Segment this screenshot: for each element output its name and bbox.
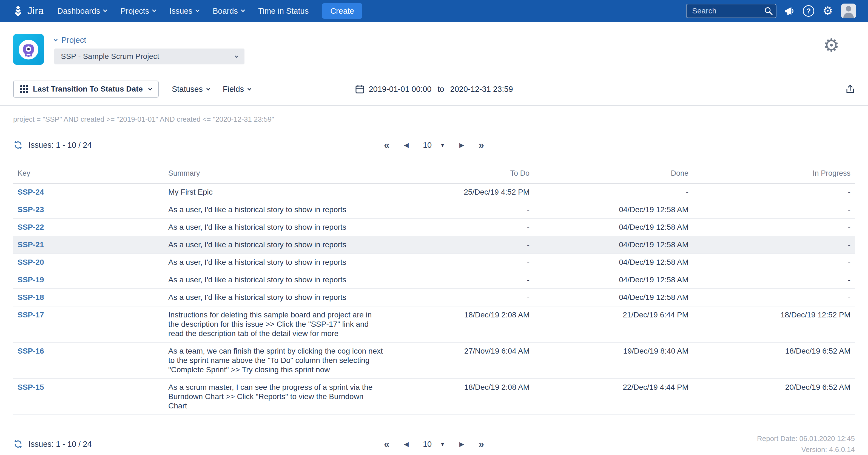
page-last-button[interactable]: » <box>478 140 484 150</box>
todo-cell: 18/Dec/19 2:08 AM <box>389 378 534 415</box>
export-icon[interactable] <box>845 84 855 94</box>
summary-cell: As a user, I'd like a historical story t… <box>164 253 389 271</box>
summary-cell: As a team, we can finish the sprint by c… <box>164 342 389 378</box>
col-header-todo[interactable]: To Do <box>389 164 534 183</box>
issue-key-link[interactable]: SSP-22 <box>18 223 44 231</box>
refresh-icon[interactable] <box>13 140 23 150</box>
nav-item-projects[interactable]: Projects <box>114 0 162 22</box>
table-row: SSP-23 As a user, I'd like a historical … <box>13 201 855 218</box>
search-box <box>686 4 776 18</box>
nav-item-time-in-status[interactable]: Time in Status <box>251 0 315 22</box>
table-row: SSP-21 As a user, I'd like a historical … <box>13 236 855 253</box>
issue-key-link[interactable]: SSP-24 <box>18 188 44 196</box>
help-icon[interactable]: ? <box>803 5 814 17</box>
project-select-value: SSP - Sample Scrum Project <box>61 52 159 61</box>
done-cell: 04/Dec/19 12:58 AM <box>534 271 693 289</box>
page-prev-button[interactable]: ◀ <box>404 142 409 148</box>
report-type-label: Last Transition To Status Date <box>33 85 143 93</box>
page-size-value: 10 <box>423 141 432 150</box>
statuses-dropdown[interactable]: Statuses <box>172 85 210 94</box>
user-avatar[interactable] <box>841 4 856 18</box>
col-header-key[interactable]: Key <box>13 164 164 183</box>
col-header-done[interactable]: Done <box>534 164 693 183</box>
issue-key-link[interactable]: SSP-16 <box>18 347 44 355</box>
chevron-down-icon <box>247 86 251 90</box>
page-first-button[interactable]: « <box>384 140 390 150</box>
done-cell: 21/Dec/19 6:44 PM <box>534 306 693 342</box>
jira-logo[interactable]: Jira <box>12 5 44 17</box>
search-input[interactable] <box>686 4 776 18</box>
done-cell: - <box>534 183 693 201</box>
done-cell: 04/Dec/19 12:58 AM <box>534 289 693 306</box>
chevron-down-icon <box>103 8 107 12</box>
select-caret-icon: ▼ <box>440 441 445 447</box>
page-size-select[interactable]: 10 ▼ <box>423 439 445 449</box>
chevron-down-icon <box>206 86 210 90</box>
page-first-button[interactable]: « <box>384 439 390 449</box>
page-last-button[interactable]: » <box>478 439 484 449</box>
summary-cell: As a user, I'd like a historical story t… <box>164 236 389 253</box>
chevron-down-icon <box>195 8 200 12</box>
issues-table: Key Summary To Do Done In Progress SSP-2… <box>13 164 855 415</box>
done-cell: 04/Dec/19 12:58 AM <box>534 253 693 271</box>
page-size-select[interactable]: 10 ▼ <box>423 141 445 150</box>
todo-cell: - <box>389 289 534 306</box>
nav-item-label: Time in Status <box>258 7 309 16</box>
nav-item-dashboards[interactable]: Dashboards <box>51 0 114 22</box>
project-section-toggle[interactable]: Project <box>54 36 86 45</box>
inprogress-cell: 20/Dec/19 6:52 AM <box>693 378 855 415</box>
issue-key-link[interactable]: SSP-15 <box>18 383 44 391</box>
inprogress-cell: - <box>693 289 855 306</box>
summary-cell: As a scrum master, I can see the progres… <box>164 378 389 415</box>
select-caret-icon: ▼ <box>440 142 445 148</box>
fields-dropdown[interactable]: Fields <box>223 85 251 94</box>
date-range-picker[interactable]: 2019-01-01 00:00 to 2020-12-31 23:59 <box>355 84 513 94</box>
issue-key-link[interactable]: SSP-19 <box>18 275 44 284</box>
issue-key-link[interactable]: SSP-20 <box>18 258 44 266</box>
table-row: SSP-18 As a user, I'd like a historical … <box>13 289 855 306</box>
report-settings-gear-icon[interactable]: ⚙ <box>823 36 839 54</box>
page-prev-button[interactable]: ◀ <box>404 441 409 447</box>
nav-item-issues[interactable]: Issues <box>162 0 206 22</box>
project-avatar <box>13 34 44 65</box>
jira-logo-text: Jira <box>27 5 44 17</box>
announcements-megaphone-icon[interactable] <box>785 6 795 16</box>
fields-label: Fields <box>223 85 244 94</box>
issue-key-link[interactable]: SSP-23 <box>18 205 44 214</box>
issues-count-group: Issues: 1 - 10 / 24 <box>13 439 92 449</box>
nav-item-label: Boards <box>213 7 238 16</box>
date-to-word: to <box>437 85 444 94</box>
refresh-icon[interactable] <box>13 439 23 449</box>
col-header-summary[interactable]: Summary <box>164 164 389 183</box>
summary-cell: My First Epic <box>164 183 389 201</box>
jql-query-text: project = "SSP" AND created >= "2019-01-… <box>13 115 855 124</box>
list-bar-top: Issues: 1 - 10 / 24 « ◀ 10 ▼ ▶ » <box>0 136 868 154</box>
report-type-button[interactable]: Last Transition To Status Date <box>13 81 159 98</box>
todo-cell: - <box>389 201 534 218</box>
issue-key-link[interactable]: SSP-18 <box>18 293 44 302</box>
col-header-inprogress[interactable]: In Progress <box>693 164 855 183</box>
table-row: SSP-16 As a team, we can finish the spri… <box>13 342 855 378</box>
nav-menu: Dashboards Projects Issues Boards Time i… <box>51 0 315 22</box>
inprogress-cell: - <box>693 253 855 271</box>
todo-cell: 18/Dec/19 2:08 AM <box>389 306 534 342</box>
page-next-button[interactable]: ▶ <box>459 441 464 447</box>
page-next-button[interactable]: ▶ <box>459 142 464 148</box>
search-icon[interactable] <box>764 6 773 17</box>
grid-icon <box>20 85 28 93</box>
nav-item-boards[interactable]: Boards <box>206 0 251 22</box>
summary-cell: As a user, I'd like a historical story t… <box>164 271 389 289</box>
nav-item-label: Projects <box>120 7 149 16</box>
issues-count-label: Issues: 1 - 10 / 24 <box>29 141 92 150</box>
project-select[interactable]: SSP - Sample Scrum Project <box>54 49 245 64</box>
toolbar: Last Transition To Status Date Statuses … <box>0 81 868 106</box>
inprogress-cell: - <box>693 271 855 289</box>
table-header-row: Key Summary To Do Done In Progress <box>13 164 855 183</box>
done-cell: 04/Dec/19 12:58 AM <box>534 236 693 253</box>
issue-key-link[interactable]: SSP-21 <box>18 240 44 249</box>
create-button[interactable]: Create <box>322 3 362 19</box>
done-cell: 04/Dec/19 12:58 AM <box>534 218 693 236</box>
issue-key-link[interactable]: SSP-17 <box>18 310 44 319</box>
settings-gear-icon[interactable]: ⚙ <box>823 5 833 17</box>
report-date-text: Report Date: 06.01.2020 12:45 <box>757 433 855 444</box>
